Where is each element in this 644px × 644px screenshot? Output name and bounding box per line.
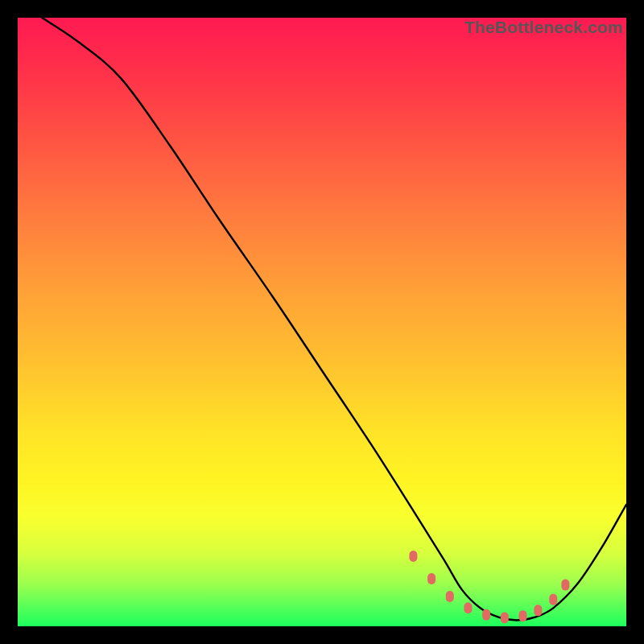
marker-dot: [482, 609, 490, 621]
plot-area: TheBottleneck.com: [18, 18, 626, 626]
chart-frame: TheBottleneck.com: [0, 0, 644, 644]
marker-dot: [549, 594, 557, 605]
chart-svg: [18, 18, 626, 626]
marker-dot: [409, 551, 417, 562]
marker-dot: [446, 591, 454, 602]
marker-dot: [518, 610, 526, 621]
bottleneck-curve-path: [42, 18, 626, 620]
marker-dot: [561, 580, 569, 591]
marker-dot: [464, 602, 472, 613]
marker-dot: [427, 573, 436, 584]
marker-dot: [501, 612, 509, 623]
marker-dot: [534, 605, 542, 616]
